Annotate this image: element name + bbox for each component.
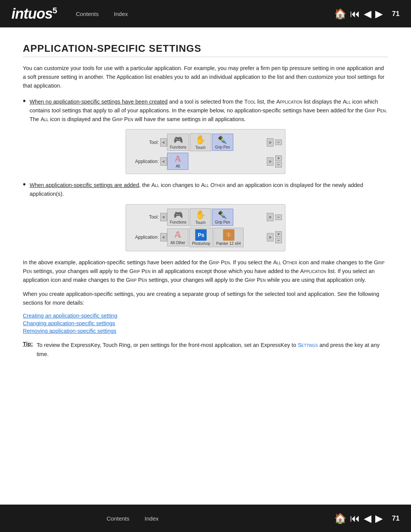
panel2-app-photoshop[interactable]: Ps Photoshop: [189, 228, 213, 247]
panel2-app-minus[interactable]: −: [275, 238, 282, 243]
link-changing[interactable]: Changing application-specific settings: [23, 320, 388, 326]
nav-contents[interactable]: Contents: [76, 11, 99, 17]
bullet-item-2: • When application-specific settings are…: [23, 181, 388, 198]
all-other-label: All Other: [170, 241, 185, 245]
tip-settings-link[interactable]: Settings: [298, 342, 318, 348]
bullet-text-2: When application-specific settings are a…: [30, 181, 388, 198]
panel1-app-plus[interactable]: +: [275, 155, 282, 161]
panel2-tool-row: Tool: < 🎮 Functions ✋ Touch ✒️ Grip Pen: [129, 208, 282, 226]
panel1-app-prev[interactable]: <: [160, 157, 167, 166]
panel1-tool-label: Tool:: [129, 140, 159, 145]
panel1-tools: 🎮 Functions ✋ Touch ✒️ Grip Pen: [167, 133, 266, 151]
tip-text: To review the ExpressKey, Touch Ring, or…: [37, 341, 388, 358]
para2: When you create application-specific set…: [23, 290, 388, 307]
grip-pen-icon-2: ✒️: [218, 210, 227, 219]
panel2-tool-prev[interactable]: <: [160, 213, 167, 221]
panel1-tool-functions[interactable]: 🎮 Functions: [167, 134, 189, 151]
panel1-tool-grippen[interactable]: ✒️ Grip Pen: [212, 134, 233, 151]
touch-label-2: Touch: [195, 220, 206, 225]
panel2-app-painter[interactable]: 🎨 Painter 12 x64: [213, 228, 244, 247]
panel2-tool-touch[interactable]: ✋ Touch: [190, 208, 211, 226]
panel2-app-next[interactable]: >: [267, 233, 274, 241]
link-removing[interactable]: Removing application-specific settings: [23, 328, 388, 334]
logo-sub: 5: [53, 6, 57, 15]
bullet-text-1: When no application-specific settings ha…: [30, 97, 388, 124]
panel2-tool-label: Tool:: [129, 214, 159, 220]
footer-nav-index[interactable]: Index: [145, 515, 159, 522]
tip-section: Tip: To review the ExpressKey, Touch Rin…: [23, 341, 388, 358]
panel1-app-row: Application: < 𝔸 All > + −: [129, 153, 282, 170]
panel1-app-minus[interactable]: −: [275, 162, 282, 168]
bullet1-link-text: When no application-specific settings ha…: [30, 99, 168, 105]
header-nav: Contents Index: [76, 11, 128, 17]
link-creating[interactable]: Creating an application-specific setting: [23, 313, 388, 319]
panel1-tool-prev[interactable]: <: [160, 138, 167, 147]
first-page-icon[interactable]: ⏮: [350, 8, 360, 20]
footer-nav: Contents Index: [107, 515, 159, 522]
panel2-app-prev[interactable]: <: [160, 233, 167, 241]
touch-icon-2: ✋: [195, 210, 206, 220]
panel1-tool-next[interactable]: >: [267, 138, 274, 147]
panel2-app-allother[interactable]: 𝔸 All Other: [167, 228, 188, 246]
all-label: All: [176, 164, 180, 168]
panel2-app-plus[interactable]: +: [275, 231, 282, 237]
ui-panel-1: Tool: < 🎮 Functions ✋ Touch ✒️ Grip Pen: [126, 129, 285, 174]
all-icon: 𝔸: [175, 154, 181, 163]
painter-label: Painter 12 x64: [216, 241, 241, 246]
bullet-section-2: • When application-specific settings are…: [23, 181, 388, 198]
intro-paragraph: You can customize your tools for use wit…: [23, 64, 388, 91]
photoshop-label: Photoshop: [192, 241, 210, 246]
panel2-tool-side-btns: −: [275, 214, 282, 220]
panel2-app-side-btns: + −: [275, 231, 282, 243]
nav-index[interactable]: Index: [114, 11, 128, 17]
panel1-app-next[interactable]: >: [267, 157, 274, 166]
panel2-tool-functions[interactable]: 🎮 Functions: [167, 209, 189, 226]
content-area: APPLICATION-SPECIFIC SETTINGS You can cu…: [0, 27, 411, 374]
header-icons: 🏠 ⏮ ◀ ▶ 71: [334, 8, 400, 20]
footer-icons: 🏠 ⏮ ◀ ▶ 71: [334, 513, 400, 524]
footer-page-number: 71: [392, 514, 400, 522]
functions-label: Functions: [170, 145, 186, 149]
panel2-tools: 🎮 Functions ✋ Touch ✒️ Grip Pen: [167, 208, 266, 226]
touch-label: Touch: [195, 145, 206, 150]
footer-next-page-icon[interactable]: ▶: [375, 513, 383, 524]
page-header: intuos5 Contents Index 🏠 ⏮ ◀ ▶ 71: [0, 0, 411, 27]
all-other-icon: 𝔸: [175, 230, 181, 240]
logo: intuos5: [11, 6, 57, 22]
panel1-app-all[interactable]: 𝔸 All: [167, 153, 188, 170]
grip-pen-label: Grip Pen: [215, 145, 230, 149]
grip-pen-icon: ✒️: [218, 135, 227, 144]
panel2-tool-minus[interactable]: −: [275, 214, 282, 220]
footer-prev-page-icon[interactable]: ◀: [364, 513, 371, 524]
footer-nav-contents[interactable]: Contents: [107, 515, 129, 522]
bullet2-link-text: When application-specific settings are a…: [30, 182, 139, 188]
footer-first-page-icon[interactable]: ⏮: [350, 513, 360, 524]
grip-pen-label-2: Grip Pen: [215, 220, 230, 224]
links-section: Creating an application-specific setting…: [23, 313, 388, 334]
panel2-tool-next[interactable]: >: [267, 213, 274, 221]
tip-label: Tip:: [23, 341, 33, 347]
home-icon[interactable]: 🏠: [334, 8, 346, 20]
panel1-apps: 𝔸 All: [167, 153, 266, 170]
functions-label-2: Functions: [170, 220, 186, 224]
prev-page-icon[interactable]: ◀: [364, 8, 371, 20]
footer-home-icon[interactable]: 🏠: [334, 513, 346, 524]
para1: In the above example, application-specif…: [23, 258, 388, 285]
panel1-app-side-btns: + −: [275, 155, 282, 168]
panel1-app-label: Application:: [129, 159, 159, 164]
ui-panel-2: Tool: < 🎮 Functions ✋ Touch ✒️ Grip Pen: [126, 204, 285, 251]
bullet-dot-2: •: [23, 179, 26, 189]
page-number: 71: [392, 10, 400, 18]
page-title: APPLICATION-SPECIFIC SETTINGS: [23, 43, 388, 57]
panel2-tool-grippen[interactable]: ✒️ Grip Pen: [212, 209, 233, 226]
bullet-item-1: • When no application-specific settings …: [23, 97, 388, 124]
next-page-icon[interactable]: ▶: [375, 8, 383, 20]
functions-icon: 🎮: [174, 135, 183, 144]
panel1-tool-minus[interactable]: −: [275, 139, 282, 145]
bullet-section-1: • When no application-specific settings …: [23, 97, 388, 124]
bullet-dot-1: •: [23, 96, 26, 106]
panel1-tool-row: Tool: < 🎮 Functions ✋ Touch ✒️ Grip Pen: [129, 133, 282, 151]
panel1-tool-touch[interactable]: ✋ Touch: [190, 133, 211, 151]
page-footer: Contents Index 🏠 ⏮ ◀ ▶ 71: [0, 505, 411, 532]
photoshop-icon: Ps: [195, 229, 207, 241]
